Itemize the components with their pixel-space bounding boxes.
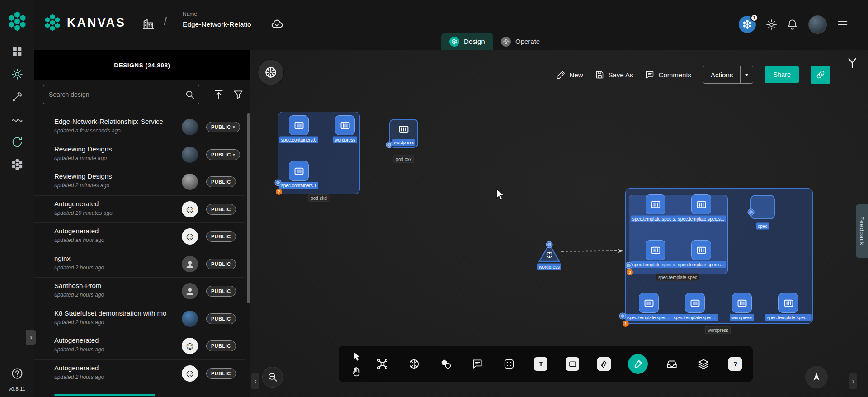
design-list-item[interactable]: Santhosh-Prom updated 2 hours ago PUBLIC <box>34 278 245 305</box>
search-icon[interactable] <box>185 90 195 99</box>
import-design-icon[interactable] <box>213 89 225 100</box>
container-node[interactable] <box>335 115 355 135</box>
design-name: Santhosh-Prom <box>54 282 175 289</box>
help-tool[interactable]: ? <box>727 356 743 372</box>
visibility-badge[interactable]: PUBLIC <box>206 286 236 297</box>
cloud-sync-icon[interactable] <box>270 17 284 31</box>
design-name-label: Name <box>183 11 265 17</box>
template-group-count-badge[interactable]: 3 <box>627 269 633 275</box>
merge-branch-icon[interactable] <box>845 55 862 71</box>
container-node[interactable] <box>691 240 711 260</box>
comment-tool[interactable] <box>470 356 485 372</box>
avatar <box>182 283 198 299</box>
bell-icon[interactable] <box>786 19 798 31</box>
visibility-badge[interactable]: PUBLIC▾ <box>206 149 240 160</box>
gear-icon[interactable] <box>765 19 778 31</box>
kubernetes-tool[interactable] <box>406 356 422 372</box>
recenter-button[interactable] <box>805 366 828 388</box>
new-button[interactable]: New <box>556 70 583 80</box>
comments-button[interactable]: Comments <box>645 70 692 80</box>
operate-tab-icon <box>501 37 511 47</box>
tab-design[interactable]: Design <box>441 33 493 50</box>
brand[interactable]: KANVAS <box>43 14 126 32</box>
dashboard-icon[interactable] <box>11 45 24 58</box>
container-node[interactable] <box>732 293 752 313</box>
visibility-badge[interactable]: PUBLIC <box>206 176 236 187</box>
kanvas-logo-icon[interactable] <box>7 11 28 32</box>
template-group-k8s-badge[interactable] <box>626 262 632 269</box>
design-list-item[interactable]: nginx updated 2 hours ago PUBLIC <box>34 250 245 278</box>
design-list-item[interactable]: Autogenerated updated 2 hours ago ☺ PUBL… <box>34 360 245 388</box>
kubernetes-context-button[interactable] <box>258 59 284 85</box>
tab-operate[interactable]: Operate <box>493 33 548 50</box>
sidebar-expand-button[interactable]: › <box>26 330 36 345</box>
connections-icon[interactable] <box>11 113 24 126</box>
lifecycle-icon[interactable] <box>11 136 24 148</box>
design-list-item[interactable]: Reviewing Designs updated 2 minutes ago … <box>34 168 245 196</box>
avatar[interactable] <box>808 15 827 34</box>
collapse-panel-chevron[interactable]: ‹ <box>251 373 259 389</box>
actions-dropdown-button[interactable]: Actions ▾ <box>703 66 753 84</box>
pod-node-k8s-badge[interactable] <box>386 142 393 148</box>
share-button[interactable]: Share <box>765 66 799 83</box>
wordpress-triangle-k8s-badge[interactable] <box>546 241 553 248</box>
design-list-item[interactable]: Autogenerated updated 2 hours ago ☺ PUBL… <box>34 332 245 360</box>
container-node[interactable] <box>646 194 665 214</box>
pan-tool[interactable] <box>350 366 362 378</box>
visibility-badge[interactable]: PUBLIC <box>206 259 236 269</box>
deployment-group-k8s-badge[interactable] <box>619 313 626 320</box>
design-name-input[interactable] <box>183 19 265 31</box>
design-list-item[interactable]: Reviewing Designs updated a minute ago P… <box>34 141 245 169</box>
toolbox-icon[interactable] <box>11 90 24 103</box>
save-as-button[interactable]: Save As <box>595 70 633 80</box>
pod-group-k8s-badge[interactable] <box>275 180 282 186</box>
frame-tool[interactable] <box>565 356 580 372</box>
components-tool[interactable] <box>501 356 517 372</box>
visibility-badge[interactable]: PUBLIC <box>206 231 236 242</box>
container-node[interactable] <box>289 115 309 135</box>
container-node[interactable] <box>639 293 659 313</box>
expand-right-chevron[interactable]: › <box>849 373 857 389</box>
feedback-tab[interactable]: Feedback <box>856 204 868 258</box>
chevron-down-icon[interactable]: ▾ <box>740 66 753 83</box>
spec-node-k8s-badge[interactable] <box>748 209 755 216</box>
organization-icon[interactable] <box>142 18 155 31</box>
design-list-item[interactable]: Edge-Network-Relationship: Service updat… <box>34 113 245 141</box>
design-list-item[interactable]: Autogenerated updated 10 minutes ago ☺ P… <box>34 196 245 223</box>
spec-node[interactable] <box>750 195 775 219</box>
pod-node[interactable]: wordpress <box>389 119 418 148</box>
pod-group-count-badge[interactable]: 2 <box>276 189 282 195</box>
notification-center-button[interactable]: 1 <box>739 16 756 33</box>
drawer-tool[interactable] <box>664 356 679 372</box>
copy-link-button[interactable] <box>811 66 830 84</box>
relationship-tool[interactable] <box>375 356 390 372</box>
freehand-tool[interactable] <box>628 354 648 374</box>
design-list-item[interactable]: K8 Statefulset demonstration with mo upd… <box>34 305 245 333</box>
container-node[interactable] <box>289 161 309 181</box>
visibility-badge[interactable]: PUBLIC <box>206 204 236 215</box>
visibility-badge[interactable]: PUBLIC▾ <box>206 122 240 132</box>
visibility-badge[interactable]: PUBLIC <box>206 313 236 324</box>
shapes-tool[interactable] <box>438 356 453 372</box>
container-node[interactable] <box>685 293 705 313</box>
visibility-badge[interactable]: PUBLIC <box>206 340 236 351</box>
container-node[interactable] <box>646 240 665 260</box>
list-scrollbar[interactable] <box>247 113 250 303</box>
deployment-group-count-badge[interactable]: 1 <box>623 321 629 327</box>
visibility-badge[interactable]: PUBLIC <box>206 368 236 379</box>
container-node[interactable] <box>778 293 798 313</box>
settings-gears-icon[interactable] <box>11 68 24 80</box>
search-input[interactable] <box>43 85 199 104</box>
menu-icon[interactable] <box>836 19 849 31</box>
container-node[interactable] <box>691 194 711 214</box>
zoom-out-button[interactable] <box>262 367 283 388</box>
select-tool[interactable] <box>350 350 362 362</box>
layers-tool[interactable] <box>696 356 711 372</box>
pen-tool[interactable] <box>596 356 612 372</box>
text-tool[interactable]: T <box>533 356 548 372</box>
design-list-item[interactable]: Autogenerated updated an hour ago ☺ PUBL… <box>34 223 245 250</box>
avatar: ☺ <box>182 338 198 354</box>
filter-icon[interactable] <box>232 89 244 100</box>
help-icon[interactable] <box>11 367 24 380</box>
kanvas-nav-icon[interactable] <box>11 158 24 171</box>
